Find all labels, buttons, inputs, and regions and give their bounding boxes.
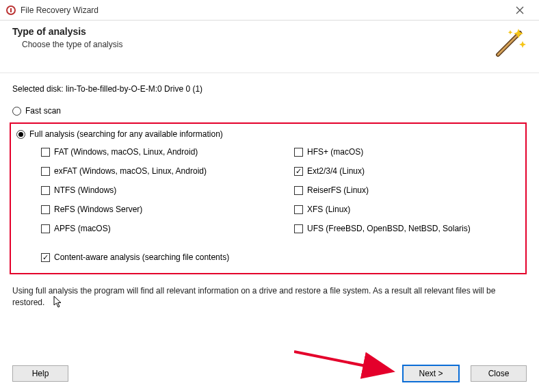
checkbox-icon (294, 205, 303, 214)
button-label: Help (32, 369, 49, 378)
selected-disk: Selected disk: lin-To-be-filled-by-O-E-M… (12, 84, 527, 94)
close-button[interactable]: Close (471, 365, 527, 382)
button-label: Close (488, 369, 510, 378)
content: Selected disk: lin-To-be-filled-by-O-E-M… (0, 73, 539, 309)
checkbox-label: HFS+ (macOS) (307, 147, 363, 157)
page-title: Type of analysis (12, 26, 488, 37)
selected-disk-label: Selected disk: (12, 84, 64, 94)
header-text: Type of analysis Choose the type of anal… (12, 26, 488, 49)
checkbox-icon (41, 167, 50, 176)
checkbox-icon (41, 253, 50, 262)
checkbox-label: ReFS (Windows Server) (54, 205, 142, 214)
titlebar: File Recovery Wizard (0, 0, 539, 21)
radio-fast-scan[interactable]: Fast scan (12, 106, 527, 116)
checkbox-icon (41, 205, 50, 214)
checkbox-xfs[interactable]: XFS (Linux) (294, 205, 520, 214)
checkbox-icon (294, 148, 303, 157)
checkbox-label: APFS (macOS) (54, 224, 111, 233)
checkbox-label: exFAT (Windows, macOS, Linux, Android) (54, 166, 207, 176)
checkbox-icon (41, 224, 50, 233)
checkbox-refs[interactable]: ReFS (Windows Server) (41, 205, 267, 214)
help-button[interactable]: Help (12, 365, 68, 382)
checkbox-reiserfs[interactable]: ReiserFS (Linux) (294, 185, 520, 195)
checkbox-label: ReiserFS (Linux) (307, 185, 369, 195)
checkbox-icon (41, 148, 50, 157)
checkbox-icon (41, 186, 50, 195)
checkbox-hfs[interactable]: HFS+ (macOS) (294, 147, 520, 157)
next-button[interactable]: Next > (402, 365, 460, 382)
checkbox-fat[interactable]: FAT (Windows, macOS, Linux, Android) (41, 147, 267, 157)
checkbox-label: NTFS (Windows) (54, 185, 116, 195)
checkbox-icon (294, 167, 303, 176)
wizard-wand-icon (488, 26, 527, 64)
page-subtitle: Choose the type of analysis (22, 40, 488, 49)
full-analysis-group: Full analysis (searching for any availab… (10, 122, 527, 274)
svg-rect-1 (10, 8, 12, 12)
radio-full-analysis[interactable]: Full analysis (searching for any availab… (16, 129, 520, 139)
checkbox-apfs[interactable]: APFS (macOS) (41, 224, 267, 233)
window-title: File Recovery Wizard (21, 5, 506, 15)
checkbox-label: FAT (Windows, macOS, Linux, Android) (54, 147, 198, 157)
scan-note: Using full analysis the program will fin… (12, 285, 527, 309)
checkbox-exfat[interactable]: exFAT (Windows, macOS, Linux, Android) (41, 166, 267, 176)
checkbox-ntfs[interactable]: NTFS (Windows) (41, 185, 267, 195)
app-icon (5, 5, 16, 16)
checkbox-content-aware[interactable]: Content-aware analysis (searching file c… (41, 252, 520, 262)
checkbox-label: Content-aware analysis (searching file c… (54, 252, 229, 262)
button-label: Next > (419, 369, 443, 378)
checkbox-ext[interactable]: Ext2/3/4 (Linux) (294, 166, 520, 176)
close-icon[interactable] (506, 0, 534, 21)
checkbox-icon (294, 186, 303, 195)
footer: Help Next > Close (0, 357, 539, 392)
radio-icon (16, 130, 25, 139)
selected-disk-value: lin-To-be-filled-by-O-E-M:0 Drive 0 (1) (66, 84, 202, 94)
checkbox-icon (294, 224, 303, 233)
radio-icon (12, 107, 21, 116)
checkbox-label: UFS (FreeBSD, OpenBSD, NetBSD, Solaris) (307, 224, 471, 233)
radio-label: Full analysis (searching for any availab… (29, 129, 223, 139)
checkbox-label: Ext2/3/4 (Linux) (307, 166, 365, 176)
checkbox-label: XFS (Linux) (307, 205, 350, 214)
checkbox-ufs[interactable]: UFS (FreeBSD, OpenBSD, NetBSD, Solaris) (294, 224, 520, 233)
header: Type of analysis Choose the type of anal… (0, 21, 539, 73)
filesystem-grid: FAT (Windows, macOS, Linux, Android) HFS… (41, 147, 520, 233)
radio-label: Fast scan (25, 106, 61, 116)
